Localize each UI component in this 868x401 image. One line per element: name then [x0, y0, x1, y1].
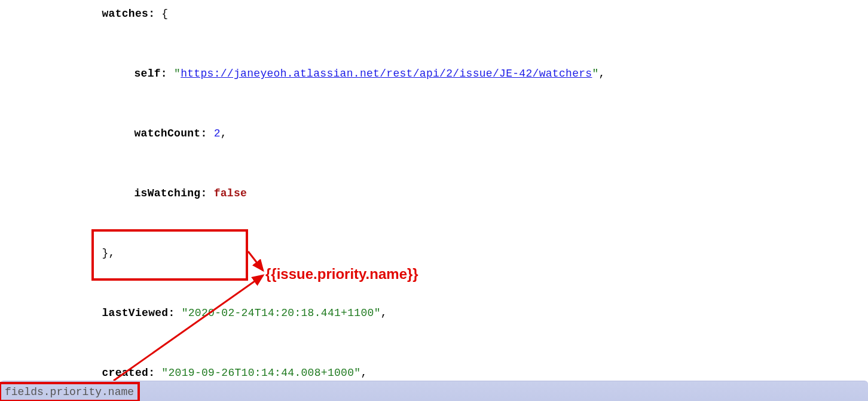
json-line: },	[0, 224, 868, 284]
key-watchcount: watchCount:	[134, 127, 207, 139]
brace-close: },	[102, 247, 115, 259]
key-iswatching: isWatching:	[134, 187, 207, 199]
json-line: self: "https://janeyeoh.atlassian.net/re…	[0, 44, 868, 104]
value-lastviewed: 2020-02-24T14:20:18.441+1100	[188, 307, 374, 319]
json-line: watchCount: 2,	[0, 104, 868, 164]
comma: ,	[599, 68, 606, 80]
comma: ,	[221, 127, 227, 139]
key-self: self:	[134, 68, 167, 80]
link-watches-self[interactable]: https://janeyeoh.atlassian.net/rest/api/…	[181, 68, 592, 80]
value-created: 2019-09-26T10:14:44.008+1000	[168, 367, 354, 379]
status-path-text: fields.priority.name	[5, 386, 134, 398]
brace-open: {	[161, 8, 168, 20]
comma: ,	[360, 367, 367, 379]
key-created: created:	[102, 367, 155, 379]
key-lastviewed: lastViewed:	[102, 307, 175, 319]
value-watchcount: 2	[214, 127, 221, 139]
comma: ,	[381, 307, 387, 319]
annotation-text: {{issue.priority.name}}	[265, 266, 418, 282]
status-path-highlight: fields.priority.name	[0, 382, 140, 401]
value-iswatching: false	[214, 187, 247, 199]
json-line: isWatching: false	[0, 164, 868, 224]
json-viewer: watches: { self: "https://janeyeoh.atlas…	[0, 0, 868, 401]
json-line: lastViewed: "2020-02-24T14:20:18.441+110…	[0, 283, 868, 343]
json-line: watches: {	[0, 0, 868, 44]
key-watches: watches:	[102, 8, 155, 20]
